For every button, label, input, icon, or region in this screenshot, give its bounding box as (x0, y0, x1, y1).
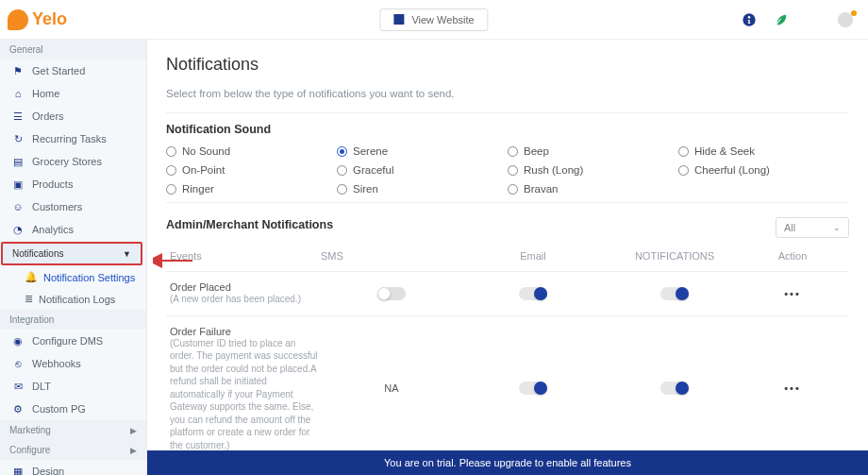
products-icon: ▣ (11, 178, 25, 191)
tour-icon[interactable] (742, 12, 757, 27)
sound-option[interactable]: Beep (508, 145, 678, 157)
brand-logo-icon (8, 9, 28, 30)
sound-option[interactable]: Hide & Seek (678, 145, 849, 157)
table-row: Order Placed(A new order has been placed… (166, 271, 849, 315)
sidebar-sub-notification-settings[interactable]: 🔔 Notification Settings (0, 266, 146, 288)
topbar: Yelo View Website (0, 0, 868, 40)
trial-banner: You are on trial. Please upgrade to enab… (147, 450, 868, 475)
sound-option-label: Serene (353, 145, 388, 157)
flag-icon: ⚑ (11, 64, 25, 77)
radio-icon (337, 165, 347, 176)
sound-option-label: Rush (Long) (524, 164, 583, 176)
event-cell: Order Failure(Customer ID tried to place… (170, 326, 321, 452)
dms-icon: ◉ (11, 334, 25, 348)
sidebar-sub-notification-logs[interactable]: ≣ Notification Logs (0, 288, 146, 310)
sidebar-item-recurring[interactable]: ↻ Recurring Tasks (0, 127, 146, 150)
sidebar-item-analytics[interactable]: ◔ Analytics (0, 218, 146, 241)
event-desc: (A new order has been placed.) (170, 293, 321, 306)
apps-grid-icon[interactable] (806, 12, 821, 27)
main: Notifications Select from below the type… (147, 40, 868, 475)
website-icon (393, 14, 404, 25)
sms-cell (321, 287, 462, 300)
page-subtitle: Select from below the type of notificati… (166, 88, 849, 99)
sound-option-label: Bravan (524, 183, 558, 195)
email-cell (462, 382, 604, 395)
sidebar-item-configure-dms[interactable]: ◉ Configure DMS (0, 330, 146, 352)
sidebar-notifications-highlight: Notifications ▼ (1, 242, 142, 265)
col-notifications: NOTIFICATIONS (604, 250, 745, 262)
sound-option-label: On-Point (182, 164, 225, 176)
brand-name: Yelo (32, 9, 67, 29)
sidebar-item-home[interactable]: ⌂ Home (0, 82, 146, 105)
divider (166, 112, 849, 113)
toggle[interactable] (519, 287, 547, 300)
radio-icon (166, 146, 176, 157)
toggle[interactable] (377, 287, 406, 300)
sidebar-section-marketing[interactable]: Marketing ▶ (0, 420, 146, 440)
sidebar-item-products[interactable]: ▣ Products (0, 173, 146, 195)
col-events: Events (170, 250, 321, 262)
bell-icon: 🔔 (25, 271, 38, 283)
caret-down-icon: ▼ (123, 249, 131, 259)
caret-right-icon: ▶ (130, 426, 137, 435)
sidebar: General ⚑ Get Started ⌂ Home ☰ Orders ↻ … (0, 40, 147, 475)
sidebar-item-webhooks[interactable]: ⎋ Webhooks (0, 352, 146, 375)
sidebar-item-notifications[interactable]: Notifications ▼ (3, 244, 141, 263)
sidebar-item-customers[interactable]: ☺ Customers (0, 195, 146, 218)
divider (166, 202, 849, 203)
analytics-icon: ◔ (11, 223, 25, 236)
sound-option-label: Graceful (353, 164, 393, 176)
admin-heading: Admin/Merchant Notifications (166, 218, 333, 231)
radio-icon (166, 165, 176, 176)
col-sms: SMS (321, 250, 462, 262)
sidebar-section-configure[interactable]: Configure ▶ (0, 440, 146, 460)
sound-option[interactable]: Bravan (508, 183, 678, 195)
sound-option[interactable]: Serene (337, 145, 508, 157)
chevron-down-icon: ⌄ (833, 223, 841, 232)
sound-options: No SoundSereneBeepHide & SeekOn-PointGra… (166, 145, 849, 195)
na-text: NA (384, 382, 398, 394)
view-website-label: View Website (411, 14, 474, 25)
radio-icon (337, 184, 347, 195)
sidebar-item-get-started[interactable]: ⚑ Get Started (0, 59, 146, 82)
event-desc: (Customer ID tried to place an order. Th… (170, 337, 321, 452)
sound-option[interactable]: No Sound (166, 145, 337, 157)
radio-icon (508, 146, 518, 157)
filter-select[interactable]: All ⌄ (776, 217, 849, 238)
sidebar-item-dlt[interactable]: ✉ DLT (0, 375, 146, 398)
radio-icon (678, 146, 689, 157)
notif-cell (604, 382, 745, 395)
sound-option-label: Cheerful (Long) (694, 164, 770, 176)
leaf-icon[interactable] (774, 12, 789, 27)
sound-option[interactable]: On-Point (166, 164, 337, 176)
sidebar-item-design[interactable]: ▦ Design (0, 460, 146, 475)
sidebar-item-custom-pg[interactable]: ⚙ Custom PG (0, 398, 146, 420)
table-header: Events SMS Email NOTIFICATIONS Action (166, 241, 849, 271)
sms-cell: NA (321, 382, 462, 394)
sound-option[interactable]: Cheerful (Long) (678, 164, 849, 176)
customers-icon: ☺ (11, 200, 25, 213)
sidebar-item-orders[interactable]: ☰ Orders (0, 105, 146, 127)
brand: Yelo (8, 9, 67, 30)
sidebar-item-grocery[interactable]: ▤ Grocery Stores (0, 150, 146, 173)
toggle[interactable] (660, 382, 689, 395)
sound-option[interactable]: Ringer (166, 183, 337, 195)
dlt-icon: ✉ (11, 380, 25, 393)
sidebar-section-integration: Integration (0, 310, 146, 330)
toggle[interactable] (660, 287, 689, 300)
sidebar-section-general: General (0, 40, 146, 59)
action-menu-button[interactable]: ••• (745, 288, 840, 299)
radio-icon (678, 165, 689, 176)
avatar-icon[interactable] (838, 12, 853, 27)
event-title: Order Placed (170, 281, 321, 293)
sound-option[interactable]: Rush (Long) (508, 164, 678, 176)
sound-option[interactable]: Siren (337, 183, 508, 195)
view-website-button[interactable]: View Website (379, 8, 488, 31)
radio-icon (166, 184, 176, 195)
notif-cell (604, 287, 745, 300)
sound-option[interactable]: Graceful (337, 164, 508, 176)
toggle[interactable] (519, 382, 547, 395)
caret-right-icon: ▶ (130, 446, 137, 455)
action-menu-button[interactable]: ••• (745, 382, 840, 394)
radio-icon (337, 146, 347, 157)
